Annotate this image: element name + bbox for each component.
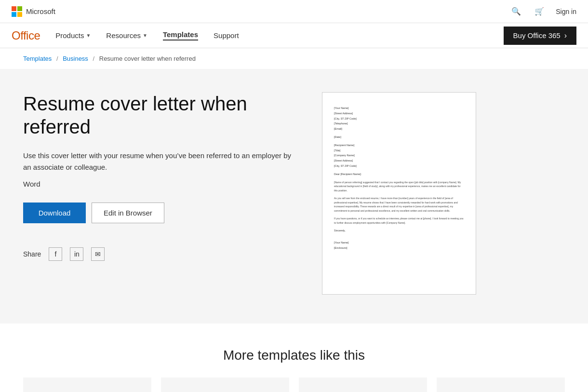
breadcrumb-business-link[interactable]: Business — [63, 55, 88, 62]
doc-sender-address: [Your Name] [Street Address] [City, ST Z… — [334, 106, 464, 131]
products-chevron-icon: ▼ — [86, 33, 91, 38]
action-buttons: Download Edit in Browser — [23, 203, 293, 223]
breadcrumb-current: Resume cover letter when referred — [99, 55, 196, 62]
top-bar-right: 🔍 🛒 Sign in — [509, 5, 576, 18]
doc-body-3: If you have questions, or if you want to… — [334, 216, 464, 225]
more-templates-section: More templates like this — [0, 324, 588, 392]
email-share-button[interactable]: ✉ — [91, 247, 105, 261]
document-preview: [Your Name] [Street Address] [City, ST Z… — [322, 92, 476, 295]
doc-body-2: As you will see from the enclosed resume… — [334, 196, 464, 213]
template-title: Resume cover letter when referred — [23, 92, 293, 138]
office-brand: Office — [12, 29, 40, 42]
linkedin-share-button[interactable]: in — [70, 247, 83, 261]
buy-office-button[interactable]: Buy Office 365 › — [504, 27, 576, 45]
left-panel: Resume cover letter when referred Use th… — [23, 92, 293, 261]
buy-chevron-icon: › — [564, 31, 567, 40]
template-card-4[interactable] — [437, 378, 565, 392]
doc-greeting: Dear [Recipient Name]: — [334, 172, 464, 176]
template-card-2[interactable] — [161, 378, 289, 392]
download-button[interactable]: Download — [23, 203, 86, 223]
top-bar-left: Microsoft — [12, 6, 55, 17]
content-area: Resume cover letter when referred Use th… — [0, 69, 588, 324]
resources-chevron-icon: ▼ — [143, 33, 147, 38]
doc-signature: [Your Name] [Enclosure] — [334, 241, 464, 250]
doc-date: [Date] — [334, 135, 464, 139]
nav-resources[interactable]: Resources ▼ — [106, 31, 147, 40]
breadcrumb-sep-2: / — [93, 55, 95, 62]
doc-recipient: [Recipient Name] [Title] [Company Name] … — [334, 143, 464, 168]
template-description: Use this cover letter with your resume w… — [23, 150, 293, 173]
more-templates-title: More templates like this — [23, 348, 565, 363]
main-nav: Office Products ▼ Resources ▼ Templates … — [0, 23, 588, 48]
share-label: Share — [23, 250, 41, 258]
breadcrumb: Templates / Business / Resume cover lett… — [0, 48, 588, 69]
breadcrumb-sep-1: / — [56, 55, 58, 62]
breadcrumb-templates-link[interactable]: Templates — [23, 55, 52, 62]
main-nav-left: Office Products ▼ Resources ▼ Templates … — [12, 29, 239, 42]
ms-grid-icon — [12, 6, 22, 17]
doc-body-1: [Name of person referring] suggested tha… — [334, 180, 464, 193]
template-card-1[interactable] — [23, 378, 151, 392]
sign-in-button[interactable]: Sign in — [556, 8, 576, 15]
top-bar: Microsoft 🔍 🛒 Sign in — [0, 0, 588, 23]
template-cards — [23, 378, 565, 392]
search-button[interactable]: 🔍 — [509, 5, 523, 18]
nav-support[interactable]: Support — [214, 31, 239, 40]
microsoft-wordmark: Microsoft — [26, 7, 55, 15]
template-card-3[interactable] — [299, 378, 427, 392]
edit-in-browser-button[interactable]: Edit in Browser — [92, 203, 164, 223]
nav-products[interactable]: Products ▼ — [55, 31, 91, 40]
facebook-share-button[interactable]: f — [49, 247, 62, 261]
doc-closing: Sincerely, — [334, 229, 464, 233]
microsoft-logo: Microsoft — [12, 6, 55, 17]
share-row: Share f in ✉ — [23, 247, 293, 261]
template-type: Word — [23, 180, 293, 188]
cart-button[interactable]: 🛒 — [533, 5, 546, 18]
nav-templates[interactable]: Templates — [163, 30, 198, 41]
